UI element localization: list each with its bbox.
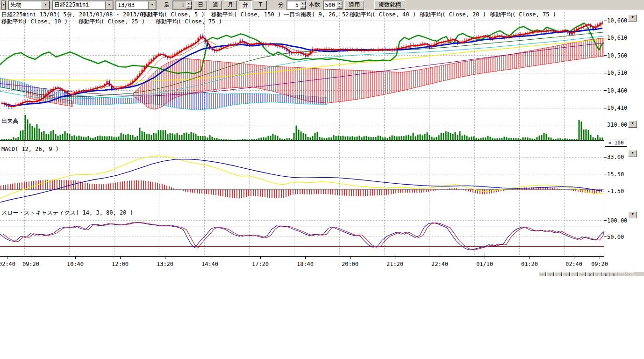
volume-pane-title: 出来高: [1, 118, 18, 124]
price-chart-canvas[interactable]: [0, 0, 644, 359]
market-combo[interactable]: 先物▼: [8, 0, 50, 10]
legend-item: 移動平均( Close, 40 ): [350, 12, 416, 18]
mini-toolbar-button[interactable]: [554, 272, 562, 276]
symbol-combo[interactable]: 日経225mini▼: [52, 0, 114, 10]
spin-up-icon[interactable]: ▲: [300, 1, 306, 5]
macd-axis-label: 15.50: [607, 171, 624, 178]
period-monthly-button[interactable]: 月: [224, 0, 237, 10]
contract-month-combo[interactable]: 13/03▼: [115, 0, 157, 10]
stoch-axis-label: 100.00: [607, 217, 627, 224]
spin-up-icon[interactable]: ▲: [336, 1, 342, 5]
contract-month-combo-value: 13/03: [116, 2, 146, 8]
mini-toolbar-button[interactable]: ·: [618, 272, 625, 276]
time-axis-label: 10:40: [67, 261, 84, 267]
mini-toolbar-button[interactable]: |: [546, 272, 554, 276]
legend-item: 移動平均( Close, 75 ): [156, 19, 222, 25]
time-axis-label: 20:00: [342, 261, 358, 267]
time-axis-label: 18:40: [297, 261, 314, 267]
spin-up-icon[interactable]: ▲: [186, 1, 192, 5]
price-axis-label: 10,410: [607, 105, 627, 111]
mini-toolbar-button[interactable]: |: [562, 272, 570, 276]
mini-toolbar-button[interactable]: D: [586, 272, 594, 276]
macd-pane-menu-button[interactable]: ▼: [628, 150, 637, 157]
price-axis-label: 10,460: [607, 87, 627, 94]
spin-down-icon[interactable]: ▼: [300, 5, 306, 9]
legend-item: 移動平均( Close, 25 ): [79, 19, 145, 25]
time-axis-label: 14:40: [201, 261, 218, 267]
price-axis-label: 10,660: [607, 17, 627, 24]
time-axis-label: 02:40: [565, 261, 582, 267]
dropdown-arrow-icon[interactable]: ▼: [105, 1, 113, 9]
dropdown-arrow-icon[interactable]: ▼: [148, 1, 156, 9]
price-pane-menu-button[interactable]: ▼: [628, 14, 637, 22]
time-axis-label: 22:40: [431, 261, 448, 267]
price-axis-label: 10,560: [607, 52, 627, 59]
volume-axis-label: 310.00: [607, 122, 627, 128]
time-axis-label: 02:40: [0, 261, 15, 267]
market-combo-value: 先物: [8, 1, 38, 9]
mini-toolbar-button[interactable]: B: [602, 272, 609, 276]
interval-spinner-value: 1: [173, 2, 186, 8]
bar-type-label: 足: [163, 1, 171, 9]
spin-down-icon[interactable]: ▼: [336, 5, 342, 9]
time-axis-label: 09:20: [22, 261, 39, 267]
legend-item: 移動平均( Close, 20 ): [420, 12, 486, 18]
volume-multiplier-badge: × 100: [605, 139, 627, 147]
main-toolbar: ▼ 先物▼ 日経225mini▼ 13/03▼ 足 1▲▼ 日 週 月 分 T …: [0, 0, 644, 10]
time-axis-label: 01/10: [476, 261, 493, 267]
legend-item: 一目均衡表( 9, 26, 52 ): [284, 12, 356, 18]
volume-pane-menu-button[interactable]: ▼: [628, 121, 637, 128]
mini-toolbar-button[interactable]: ·: [578, 272, 586, 276]
time-axis-label: 09:20: [591, 261, 608, 267]
price-axis-label: 10,510: [607, 70, 627, 76]
minute-spinner[interactable]: 5▲▼: [286, 0, 306, 10]
spin-down-icon[interactable]: ▼: [186, 5, 192, 9]
stochastics-pane-title: スロー・ストキャスティクス( 14, 3, 80, 20 ): [1, 210, 133, 216]
period-daily-button[interactable]: 日: [194, 0, 207, 10]
time-axis-label: 13:20: [157, 261, 173, 267]
bar-count-label: 本数: [308, 1, 321, 9]
legend-item: 日経225mini 13/03( 5分, 2013/01/08 - 2013/0…: [1, 12, 164, 18]
bottom-mini-toolbar: ·||·D|BS··: [538, 272, 644, 276]
mini-toolbar-button[interactable]: |: [594, 272, 601, 276]
legend-item: 移動平均( Close, 10 ): [1, 19, 68, 25]
period-tick-button[interactable]: T: [254, 0, 267, 10]
chart-application-window: ▼ 先物▼ 日経225mini▼ 13/03▼ 足 1▲▼ 日 週 月 分 T …: [0, 0, 644, 359]
legend-item: 移動平均( Close, 75 ): [490, 12, 556, 18]
minute-label: 分: [277, 1, 285, 9]
period-minute-button[interactable]: 分: [239, 0, 252, 10]
bar-count-spinner-value: 500: [323, 2, 336, 8]
mini-toolbar-button[interactable]: S: [610, 272, 617, 276]
time-axis-label: 12:00: [112, 261, 129, 267]
macd-axis-label: -1.50: [607, 188, 624, 194]
symbol-combo-value: 日経225mini: [52, 1, 91, 9]
dropdown-arrow-icon[interactable]: ▼: [42, 1, 50, 9]
mini-toolbar-button[interactable]: ·: [538, 272, 546, 276]
price-axis-label: 10,610: [607, 35, 627, 41]
minute-spinner-value: 5: [287, 2, 300, 8]
dropdown-arrow-icon[interactable]: ▼: [1, 1, 6, 9]
mini-toolbar-button[interactable]: [570, 272, 578, 276]
time-axis-label: 01:20: [521, 261, 538, 267]
time-axis-label: 17:20: [252, 261, 269, 267]
legend-item: 移動平均( Close, 5 ): [142, 12, 205, 18]
mini-toolbar-button[interactable]: ·: [626, 272, 633, 276]
legend-item: 移動平均( Close, 150 ): [211, 12, 281, 18]
period-weekly-button[interactable]: 週: [209, 0, 222, 10]
interval-spinner[interactable]: 1▲▼: [172, 0, 192, 10]
bar-count-spinner[interactable]: 500▲▼: [323, 0, 343, 10]
multi-symbol-button[interactable]: 複数銘柄: [374, 0, 405, 10]
time-axis-label: 21:20: [386, 261, 403, 267]
combo-partial[interactable]: ▼: [1, 0, 6, 10]
stoch-axis-label: 50.00: [607, 234, 624, 240]
macd-axis-label: 33.00: [607, 154, 624, 160]
stochastics-pane-menu-button[interactable]: ▼: [628, 211, 637, 218]
macd-pane-title: MACD( 12, 26, 9 ): [1, 146, 59, 152]
apply-button[interactable]: 適用: [344, 0, 364, 10]
